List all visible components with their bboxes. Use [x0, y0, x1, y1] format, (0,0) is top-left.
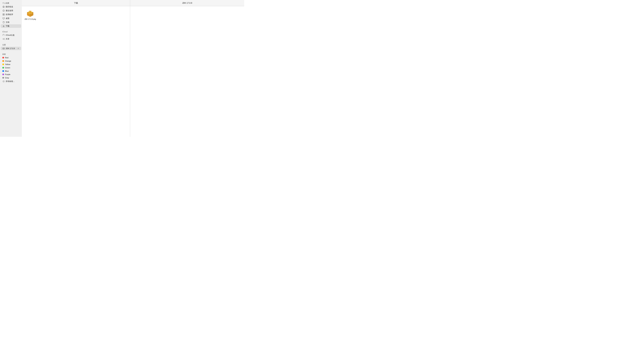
- left-panel-title: 下载: [74, 2, 78, 4]
- personal-section-label: 个人收藏: [0, 1, 22, 5]
- sidebar-item-tag-gray[interactable]: Gray: [1, 76, 21, 79]
- documents-icon: [2, 21, 5, 23]
- tag-label: Blue: [5, 70, 9, 72]
- svg-rect-8: [3, 39, 4, 39]
- tag-label: Orange: [5, 60, 11, 62]
- tag-label: Yellow: [5, 63, 10, 65]
- sidebar-item-all-tags[interactable]: 所有标签...: [1, 80, 21, 83]
- tag-dot-gray: [2, 77, 4, 79]
- content-area: JDK 17.0.9.pkg: [22, 6, 244, 137]
- eject-icon[interactable]: [17, 47, 20, 50]
- sidebar-item-tag-blue[interactable]: Blue: [1, 69, 21, 72]
- tag-label: Purple: [5, 73, 10, 75]
- sidebar-item-recents[interactable]: 最近使用: [1, 9, 21, 12]
- locations-section-label: 位置: [0, 42, 22, 46]
- sidebar-item-tag-yellow[interactable]: Yellow: [1, 63, 21, 66]
- tags-section-label: 标签: [0, 52, 22, 56]
- tag-label: Green: [5, 67, 10, 69]
- desktop-icon: [2, 17, 5, 19]
- sidebar-item-label: 共享: [6, 38, 10, 40]
- sidebar-item-jdk-disk[interactable]: JDK 17.0.9: [1, 47, 21, 50]
- tag-dot-orange: [2, 60, 4, 62]
- tag-dot-green: [2, 67, 4, 68]
- airdrop-icon: [2, 6, 5, 8]
- sidebar-item-label: 文稿: [6, 21, 10, 23]
- main-area: 下载 JDK 17.0.9: [22, 0, 244, 137]
- sidebar-item-documents[interactable]: 文稿: [1, 20, 21, 24]
- clock-icon: [2, 9, 5, 12]
- right-panel-title: JDK 17.0.9: [182, 2, 192, 4]
- sidebar-item-tag-purple[interactable]: Purple: [1, 73, 21, 76]
- file-icon-pkg: [26, 9, 34, 17]
- sidebar-item-label: 最近使用: [6, 9, 13, 12]
- tag-dot-blue: [2, 70, 4, 72]
- svg-rect-4: [4, 13, 4, 14]
- sidebar-item-label: 应用程序: [6, 13, 13, 16]
- sidebar: 个人收藏 隔空投送 最近使用 应用: [0, 0, 22, 137]
- tag-label: 所有标签...: [6, 80, 14, 83]
- svg-point-0: [3, 6, 4, 7]
- icloud-icon: [2, 34, 5, 36]
- sidebar-item-label: 下载: [6, 25, 10, 27]
- disk-icon: [2, 47, 5, 50]
- sidebar-item-applications[interactable]: 应用程序: [1, 13, 21, 16]
- jdk-detail-panel: [130, 6, 244, 137]
- sidebar-item-tag-orange[interactable]: Orange: [1, 59, 21, 62]
- sidebar-item-desktop[interactable]: 桌面: [1, 16, 21, 20]
- sidebar-item-airdrop[interactable]: 隔空投送: [1, 5, 21, 8]
- downloads-panel: JDK 17.0.9.pkg: [22, 6, 130, 137]
- sidebar-item-tag-red[interactable]: Red: [1, 56, 21, 59]
- svg-point-12: [3, 80, 4, 82]
- tag-dot-purple: [2, 73, 4, 75]
- svg-point-13: [3, 81, 4, 82]
- sidebar-item-label: 隔空投送: [6, 5, 13, 8]
- downloads-icon: [2, 25, 5, 27]
- file-name-label: JDK 17.0.9.pkg: [24, 18, 36, 20]
- tag-label: Red: [5, 57, 8, 59]
- svg-rect-5: [3, 14, 3, 15]
- sidebar-item-label: iCloud云盘: [6, 34, 14, 36]
- sidebar-item-downloads[interactable]: 下载: [1, 24, 21, 28]
- sidebar-item-label: JDK 17.0.9: [6, 47, 15, 49]
- apps-icon: [2, 13, 5, 16]
- toolbar-left-title: 下载: [22, 0, 130, 6]
- toolbar: 下载 JDK 17.0.9: [22, 0, 244, 6]
- tag-label: Gray: [5, 77, 9, 79]
- svg-rect-7: [2, 17, 4, 19]
- sidebar-item-icloud-drive[interactable]: iCloud云盘: [1, 33, 21, 37]
- svg-rect-3: [3, 13, 3, 14]
- sidebar-item-label: 桌面: [6, 17, 10, 19]
- sidebar-item-shared[interactable]: 共享: [1, 37, 21, 41]
- file-item-jdk[interactable]: JDK 17.0.9.pkg: [24, 9, 36, 20]
- toolbar-right-title: JDK 17.0.9: [130, 0, 244, 6]
- icloud-section-label: iCloud: [0, 29, 22, 33]
- svg-rect-11: [3, 48, 4, 49]
- svg-point-1: [3, 7, 4, 7]
- svg-point-10: [4, 48, 4, 49]
- shared-icon: [2, 38, 5, 40]
- sidebar-item-tag-green[interactable]: Green: [1, 66, 21, 69]
- tag-dot-red: [2, 57, 4, 58]
- all-tags-icon: [2, 80, 5, 83]
- svg-rect-6: [4, 14, 4, 15]
- tag-dot-yellow: [2, 63, 4, 65]
